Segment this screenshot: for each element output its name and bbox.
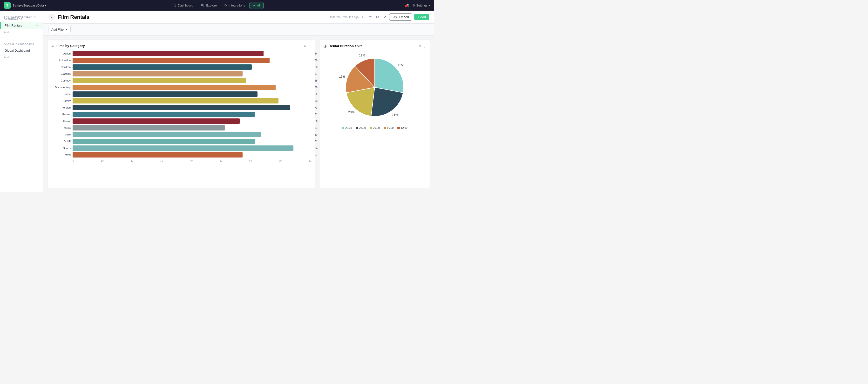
bar-label: Drama — [51, 93, 71, 95]
page-title: Film Rentals — [58, 14, 89, 20]
pie-chart-header: ◑ Rental Duration split ↻ ⋮ — [323, 43, 426, 48]
header-right-actions: Updated 6 minutes ago ↻ 〜 ✉ ↗ </> Embed … — [329, 13, 429, 21]
more-icon[interactable]: ⋯ — [36, 24, 39, 27]
bar-row: Sports 74 — [51, 145, 311, 151]
refresh-pie-button[interactable]: ↻ — [418, 44, 421, 48]
bar-row: New 63 — [51, 132, 311, 137]
pie-label: 28% — [398, 63, 404, 67]
legend-label: 24.00 — [359, 126, 366, 129]
legend-color — [383, 127, 386, 129]
nav-dashboard[interactable]: ⊙ Dashboard — [170, 2, 197, 9]
bar-value: 68 — [315, 86, 317, 89]
bar-track: 61 — [72, 139, 311, 144]
legend-label: 20.00 — [373, 126, 380, 129]
bar-label: Horror — [51, 120, 71, 122]
nav-integrations[interactable]: ⟳ Integrations — [221, 2, 248, 9]
bar-label: Travel — [51, 153, 71, 156]
bar-row: Documentary 68 — [51, 85, 311, 90]
bar-value: 74 — [315, 147, 317, 150]
back-button[interactable]: ‹ — [48, 14, 55, 21]
sidebar: SAMPLESUPABASEDATA DASHBOARDS Film Renta… — [0, 10, 43, 192]
legend-label: 12.00 — [401, 126, 407, 129]
sidebar-global-add[interactable]: Add + — [0, 54, 43, 61]
pie-segment[interactable] — [371, 87, 403, 116]
legend-color — [356, 127, 358, 129]
add-filter-button[interactable]: Add Filter + — [48, 26, 71, 33]
settings-button[interactable]: ⚙ Settings ▾ — [412, 4, 430, 7]
activity-icon[interactable]: 〜 — [368, 13, 373, 21]
bar-chart-icon: ≡ — [51, 43, 54, 48]
more-options-pie-button[interactable]: ⋮ — [423, 44, 426, 48]
bar-row: Games 61 — [51, 112, 311, 117]
embed-button[interactable]: </> Embed — [389, 13, 412, 21]
notifications-icon[interactable]: 📣 — [405, 3, 409, 8]
bar-row: Music 51 — [51, 125, 311, 130]
bar-value: 66 — [315, 59, 317, 62]
bar-row: Horror 56 — [51, 118, 311, 124]
x-axis-label: 0 — [72, 159, 74, 162]
bar-fill — [72, 112, 255, 117]
bar-value: 58 — [315, 79, 317, 82]
nav-ai[interactable]: ✦ AI — [249, 2, 264, 9]
bar-row: Sci-Fi 61 — [51, 139, 311, 144]
legend-color — [370, 127, 372, 129]
bar-fill — [72, 125, 225, 130]
project-selector[interactable]: SampleSupabaseData ▾ — [12, 4, 46, 7]
refresh-button[interactable]: ↻ — [361, 14, 366, 20]
nav-explore[interactable]: 🔍 Explore — [197, 2, 220, 9]
legend-item: 24.00 — [356, 126, 366, 129]
legend-item: 16.00 — [383, 126, 394, 129]
legend-color — [397, 127, 400, 129]
bar-value: 60 — [315, 66, 317, 68]
email-icon[interactable]: ✉ — [375, 14, 380, 20]
legend-color — [342, 127, 344, 129]
bar-label: Sports — [51, 147, 71, 150]
x-axis-label: 70 — [279, 159, 282, 162]
bar-row: Comedy 58 — [51, 78, 311, 83]
nav-center: ⊙ Dashboard 🔍 Explore ⟳ Integrations ✦ A… — [170, 2, 264, 9]
chevron-down-icon: ▾ — [429, 4, 430, 7]
global-section-label: GLOBAL DASHBOARDS — [0, 41, 43, 47]
sidebar-add-dashboard[interactable]: Add + — [0, 29, 43, 35]
bar-track: 58 — [72, 78, 311, 83]
bar-track: 63 — [72, 132, 311, 137]
sidebar-item-film-rentals[interactable]: Film Rentals ⋯ — [0, 22, 43, 29]
bar-chart-container: Action 64 Animation 66 Children 60 Class… — [51, 51, 311, 184]
more-options-button[interactable]: ⋮ — [308, 44, 311, 48]
pie-chart-title: Rental Duration split — [329, 44, 362, 48]
page-header: ‹ Film Rentals Updated 6 minutes ago ↻ 〜… — [43, 10, 434, 24]
back-icon: ‹ — [51, 15, 52, 19]
bar-track: 69 — [72, 98, 311, 104]
code-icon: </> — [393, 15, 397, 19]
top-navigation: S SampleSupabaseData ▾ ⊙ Dashboard 🔍 Exp… — [0, 0, 434, 10]
x-axis: 01020304050607080 — [51, 159, 311, 162]
bar-label: Action — [51, 52, 71, 55]
share-icon[interactable]: ↗ — [382, 14, 387, 20]
sidebar-item-label: Film Rentals — [5, 24, 22, 27]
explore-icon: 🔍 — [201, 4, 205, 7]
bar-fill — [72, 58, 270, 63]
x-axis-label: 50 — [220, 159, 222, 162]
bar-label: Comedy — [51, 79, 71, 82]
bar-fill — [72, 152, 243, 157]
dashboard-icon: ⊙ — [174, 4, 177, 7]
bar-label: Documentary — [51, 86, 71, 89]
app-body: SAMPLESUPABASEDATA DASHBOARDS Film Renta… — [0, 10, 434, 192]
pie-label: 24% — [392, 113, 398, 117]
bar-row: Animation 66 — [51, 58, 311, 63]
add-button[interactable]: + Add — [414, 14, 429, 20]
sidebar-item-global-dashboard[interactable]: Global Dashboard — [0, 47, 43, 54]
sidebar-item-label: Global Dashboard — [5, 49, 30, 52]
legend-item: 28.00 — [342, 126, 352, 129]
legend-label: 16.00 — [387, 126, 394, 129]
gear-icon: ⚙ — [412, 4, 415, 7]
bar-row: Action 64 — [51, 51, 311, 56]
bar-track: 66 — [72, 58, 311, 63]
bar-label: Sci-Fi — [51, 140, 71, 143]
bar-fill — [72, 51, 264, 56]
x-axis-label: 40 — [190, 159, 193, 162]
filter-bar: Add Filter + — [43, 24, 434, 36]
refresh-chart-button[interactable]: ↻ — [304, 44, 306, 48]
bar-row: Family 69 — [51, 98, 311, 104]
bar-row: Children 60 — [51, 64, 311, 70]
